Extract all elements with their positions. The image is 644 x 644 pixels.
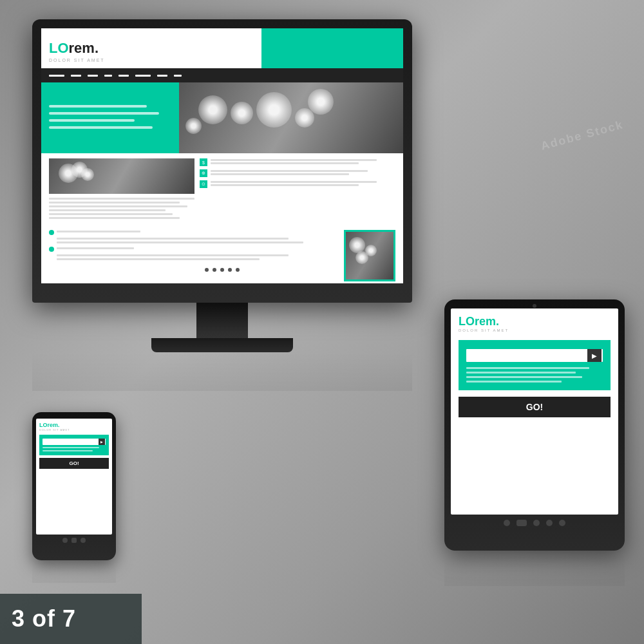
tablet-bottom-bar — [451, 520, 618, 526]
bokeh-4 — [295, 108, 314, 128]
phone-search-bar: ▶ — [43, 439, 106, 445]
monitor-reflection — [32, 352, 412, 391]
icon-search: ⊕ — [200, 169, 207, 177]
bottom-icon-row-1 — [49, 230, 339, 235]
hero-bar-2 — [49, 112, 159, 115]
icon-text-line-1 — [211, 159, 377, 161]
bottom-dot-2 — [49, 247, 54, 252]
tablet-text-2 — [466, 372, 576, 374]
monitor-bottom-section — [41, 226, 403, 283]
monitor-neck — [196, 303, 248, 338]
icon-text-3 — [211, 181, 395, 188]
hero-bar-4 — [49, 126, 153, 129]
bottom-text-3 — [57, 242, 303, 243]
monitor-stand — [32, 303, 412, 352]
bokeh-6 — [308, 89, 334, 115]
nav-item-5 — [118, 75, 129, 77]
text-line-1 — [49, 198, 194, 200]
tablet-power-btn — [559, 520, 565, 526]
tablet-body: LOrem. DOLOR SIT AMET ▶ GO! — [444, 299, 625, 551]
phone-green-block: ▶ — [39, 435, 109, 455]
icon-text-1 — [211, 159, 395, 166]
monitor-btn-4 — [228, 268, 232, 272]
icon-row-2: ⊕ — [200, 169, 395, 177]
bokeh-3 — [256, 92, 292, 128]
tablet-text-1 — [466, 367, 589, 369]
bokeh-1 — [198, 95, 227, 124]
text-line-4 — [49, 209, 166, 211]
nav-item-3 — [88, 75, 98, 77]
icon-row-1: $ — [200, 158, 395, 166]
tablet-text-lines — [466, 367, 603, 383]
phone-logo-sub: DOLOR SIT AMET — [39, 428, 70, 431]
bottom-icon-row-2 — [49, 247, 339, 252]
phone-text-1 — [43, 447, 99, 448]
monitor-btn-5 — [236, 268, 240, 272]
nav-item-7 — [157, 75, 167, 77]
monitor-body-section: $ ⊕ ⊙ — [41, 153, 403, 226]
tablet-menu-btn — [533, 520, 540, 526]
icon-text-line-6 — [211, 184, 359, 186]
bottom-text-1 — [57, 231, 140, 232]
text-line-6 — [49, 217, 180, 219]
phone-reflection — [32, 560, 116, 583]
monitor-base — [151, 338, 293, 352]
phone-menu-btn — [80, 538, 86, 543]
icon-text-line-3 — [211, 170, 368, 172]
tablet-logo-lo: LO — [459, 315, 475, 328]
monitor-logo: LOrem. DOLOR SIT AMET — [49, 40, 105, 62]
phone-text-2 — [43, 450, 93, 451]
icon-text-line-5 — [211, 181, 377, 183]
phone-logo-lo: LO — [39, 422, 48, 428]
nav-item-2 — [71, 75, 81, 77]
phone-home-btn — [71, 538, 77, 543]
bottom-text-4 — [57, 247, 134, 249]
nav-item-6 — [135, 75, 151, 77]
monitor-logo-rem: rem. — [69, 40, 99, 56]
icon-row-3: ⊙ — [200, 180, 395, 188]
phone: LOrem. DOLOR SIT AMET ▶ GO! — [32, 412, 116, 583]
tablet-text-3 — [466, 376, 582, 378]
monitor: LOrem. DOLOR SIT AMET — [32, 19, 412, 391]
tablet-screen-header: LOrem. DOLOR SIT AMET — [451, 308, 618, 335]
bottom-dot-1 — [49, 230, 54, 235]
tablet-search-button[interactable]: ▶ — [587, 349, 601, 362]
icon-text-line-4 — [211, 173, 349, 175]
monitor-hero-right — [179, 82, 403, 153]
monitor-btn-1 — [205, 268, 209, 272]
monitor-buttons — [41, 268, 403, 272]
phone-logo: LOrem. DOLOR SIT AMET — [39, 422, 70, 431]
monitor-body: LOrem. DOLOR SIT AMET — [32, 19, 412, 303]
icon-text-line-2 — [211, 162, 359, 164]
phone-screen: LOrem. DOLOR SIT AMET ▶ GO! — [36, 419, 112, 535]
bottom-text-5 — [57, 254, 289, 256]
bokeh-b-3 — [355, 251, 368, 264]
phone-body: LOrem. DOLOR SIT AMET ▶ GO! — [32, 412, 116, 560]
monitor-body-image — [49, 158, 194, 194]
text-line-3 — [49, 205, 187, 207]
monitor-hero — [41, 82, 403, 153]
phone-go-button[interactable]: GO! — [39, 458, 109, 469]
icon-dollar: $ — [200, 158, 207, 166]
bottom-text-6 — [57, 258, 260, 260]
nav-item-8 — [174, 75, 182, 77]
tablet-home-btn — [516, 520, 527, 526]
monitor-body-right: $ ⊕ ⊙ — [200, 158, 395, 221]
tablet-reflection — [444, 551, 625, 586]
tablet-go-button[interactable]: GO! — [459, 397, 611, 417]
hero-bar-3 — [49, 119, 135, 122]
phone-search-button[interactable]: ▶ — [99, 439, 105, 445]
monitor-btn-2 — [213, 268, 216, 272]
text-line-2 — [49, 202, 180, 204]
tablet-back-btn — [504, 520, 510, 526]
phone-screen-header: LOrem. DOLOR SIT AMET — [36, 419, 112, 433]
tablet-logo-rem: rem. — [475, 315, 499, 328]
bokeh-sm-3 — [71, 162, 88, 178]
tablet-camera — [533, 304, 536, 308]
monitor-screen: LOrem. DOLOR SIT AMET — [41, 28, 403, 283]
monitor-bottom-left — [49, 230, 339, 281]
tablet-vol-btn — [546, 520, 553, 526]
bottom-bar: 3 of 7 — [0, 594, 142, 644]
monitor-nav — [41, 68, 403, 82]
phone-bottom-bar — [36, 538, 112, 543]
